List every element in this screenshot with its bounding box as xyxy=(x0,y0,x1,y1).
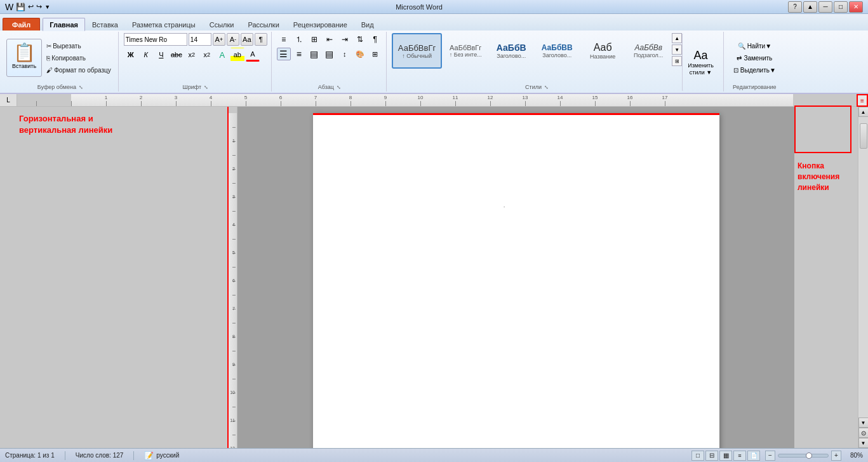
style-heading1[interactable]: АаБбВ Заголово... xyxy=(489,33,533,69)
word-icon: W xyxy=(5,2,13,12)
vertical-ruler: 123456789101112 xyxy=(229,107,237,448)
tab-insert[interactable]: Вставка xyxy=(85,18,125,31)
full-screen-btn[interactable]: ⊟ xyxy=(705,451,718,461)
format-painter-button[interactable]: 🖌 Формат по образцу xyxy=(43,65,114,76)
shading-btn[interactable]: 🎨 xyxy=(353,48,367,60)
show-all-btn[interactable]: ¶ xyxy=(255,33,267,46)
maximize-btn[interactable]: □ xyxy=(834,1,848,13)
print-layout-btn[interactable]: □ xyxy=(691,451,704,461)
ruler-corner[interactable]: L xyxy=(0,94,17,107)
prev-page-btn[interactable]: ⊙ xyxy=(858,428,869,438)
zoom-out-btn[interactable]: − xyxy=(765,451,775,461)
page-info: Страница: 1 из 1 xyxy=(5,452,55,459)
scroll-thumb[interactable] xyxy=(860,123,867,149)
text-effects-btn[interactable]: A xyxy=(215,48,229,62)
draft-btn[interactable]: 📄 xyxy=(747,451,760,461)
justify-btn[interactable]: ▤ xyxy=(323,48,337,60)
text-highlight-btn[interactable]: ab xyxy=(230,48,244,62)
styles-scroll-down[interactable]: ▼ xyxy=(672,44,682,55)
ribbon-collapse-btn[interactable]: ▲ xyxy=(803,1,817,13)
show-hide-para-btn[interactable]: ¶ xyxy=(368,33,382,46)
increase-indent-btn[interactable]: ⇥ xyxy=(338,33,352,46)
styles-more[interactable]: ⊞ xyxy=(672,56,682,66)
align-left-btn[interactable]: ☰ xyxy=(277,48,291,60)
tab-view[interactable]: Вид xyxy=(354,18,381,31)
bold-btn[interactable]: Ж xyxy=(124,48,138,62)
word-count-label: Число слов: 127 xyxy=(76,452,124,459)
underline-btn[interactable]: Ч xyxy=(154,48,168,62)
bullets-btn[interactable]: ≡ xyxy=(277,33,291,46)
redo-quick-btn[interactable]: ↪ xyxy=(36,3,42,11)
replace-button[interactable]: ⇄ Заменить xyxy=(732,53,777,64)
clear-format-btn[interactable]: Aa xyxy=(241,33,253,46)
strikethrough-btn[interactable]: abc xyxy=(170,48,184,62)
numbering-btn[interactable]: ⒈ xyxy=(292,33,306,46)
zoom-in-btn[interactable]: + xyxy=(831,451,841,461)
paste-button[interactable]: 📋 Вставить xyxy=(6,39,42,77)
tab-review[interactable]: Рецензирование xyxy=(286,18,354,31)
select-icon: ⊡ xyxy=(733,67,738,74)
help-btn[interactable]: ? xyxy=(788,1,802,13)
scroll-up-arrow[interactable]: ▲ xyxy=(858,107,869,117)
select-button[interactable]: ⊡ Выделить▼ xyxy=(729,65,780,76)
align-center-btn[interactable]: ≡ xyxy=(292,48,306,60)
ribbon-group-editing: 🔍 Найти▼ ⇄ Заменить ⊡ Выделить▼ Редактир… xyxy=(725,32,784,92)
clipboard-expand-icon[interactable]: ⤡ xyxy=(79,85,83,90)
next-page-btn[interactable]: ▼ xyxy=(858,438,869,448)
find-button[interactable]: 🔍 Найти▼ xyxy=(733,41,776,51)
tab-file[interactable]: Файл xyxy=(3,18,40,31)
ribbon-group-paragraph: ≡ ⒈ ⊞ ⇤ ⇥ ⇅ ¶ ☰ ≡ ▤ ▤ ↕ 🎨 ⊞ Абзац ⤡ xyxy=(273,32,387,92)
tab-references[interactable]: Ссылки xyxy=(203,18,241,31)
font-name-input[interactable] xyxy=(124,33,187,46)
document-area[interactable]: · xyxy=(237,107,794,448)
save-quick-btn[interactable]: 💾 xyxy=(16,3,25,11)
styles-expand-icon[interactable]: ⤡ xyxy=(544,85,549,90)
ribbon-group-styles: АаБбВвГг ↑ Обычный АаБбВвГг ↑ Без инте..… xyxy=(388,32,724,92)
page-count-label: Страница: 1 из 1 xyxy=(5,452,55,459)
cut-button[interactable]: ✂ Вырезать xyxy=(43,41,114,51)
align-right-btn[interactable]: ▤ xyxy=(307,48,321,60)
zoom-slider[interactable] xyxy=(778,454,829,458)
tab-home[interactable]: Главная xyxy=(43,18,85,31)
italic-btn[interactable]: К xyxy=(139,48,153,62)
style-subtitle[interactable]: АаБбВв Подзагол... xyxy=(626,33,671,69)
style-heading2[interactable]: АаБбВВ Заголово... xyxy=(535,33,579,69)
superscript-btn[interactable]: x2 xyxy=(200,48,214,62)
web-layout-btn[interactable]: ▦ xyxy=(719,451,732,461)
change-styles-button[interactable]: Aa Изменитьстили ▼ xyxy=(682,33,719,92)
vertical-scrollbar: ▲ ▼ ⊙ ▼ xyxy=(858,107,868,448)
paragraph-expand-icon[interactable]: ⤡ xyxy=(337,85,341,90)
borders-btn[interactable]: ⊞ xyxy=(368,48,382,60)
style-normal[interactable]: АаБбВвГг ↑ Обычный xyxy=(392,33,442,69)
style-no-spacing[interactable]: АаБбВвГг ↑ Без инте... xyxy=(443,33,488,69)
change-styles-icon: Aa xyxy=(694,49,708,62)
font-size-decrease-btn[interactable]: A- xyxy=(227,33,239,46)
tab-mailings[interactable]: Рассылки xyxy=(241,18,286,31)
tab-type-icon: L xyxy=(6,97,10,104)
minimize-btn[interactable]: ─ xyxy=(818,1,832,13)
ruler-toggle-button[interactable]: ≡ xyxy=(857,94,868,107)
close-btn[interactable]: ✕ xyxy=(849,1,863,13)
line-spacing-btn[interactable]: ↕ xyxy=(338,48,352,60)
scroll-down-arrow[interactable]: ▼ xyxy=(858,418,869,428)
font-group-label: Шрифт ⤡ xyxy=(124,84,267,92)
quick-access-dropdown[interactable]: ▼ xyxy=(44,4,50,10)
multilevel-list-btn[interactable]: ⊞ xyxy=(307,33,321,46)
outline-btn[interactable]: ≡ xyxy=(733,451,746,461)
sort-btn[interactable]: ⇅ xyxy=(353,33,367,46)
styles-scroll-up[interactable]: ▲ xyxy=(672,33,682,43)
tab-page-layout[interactable]: Разметка страницы xyxy=(125,18,203,31)
font-color-btn[interactable]: A xyxy=(246,48,260,62)
format-painter-icon: 🖌 xyxy=(46,67,53,74)
scroll-track[interactable] xyxy=(859,117,868,418)
style-title[interactable]: Ааб Название xyxy=(580,33,625,69)
copy-button[interactable]: ⎘ Копировать xyxy=(43,53,114,64)
decrease-indent-btn[interactable]: ⇤ xyxy=(323,33,337,46)
font-size-increase-btn[interactable]: A+ xyxy=(213,33,225,46)
language-indicator[interactable]: 📝 русский xyxy=(144,451,179,460)
font-size-input[interactable] xyxy=(189,33,211,46)
paragraph-group-label: Абзац ⤡ xyxy=(277,84,382,92)
undo-quick-btn[interactable]: ↩ xyxy=(28,3,34,11)
subscript-btn[interactable]: x2 xyxy=(185,48,199,62)
font-expand-icon[interactable]: ⤡ xyxy=(204,85,208,90)
